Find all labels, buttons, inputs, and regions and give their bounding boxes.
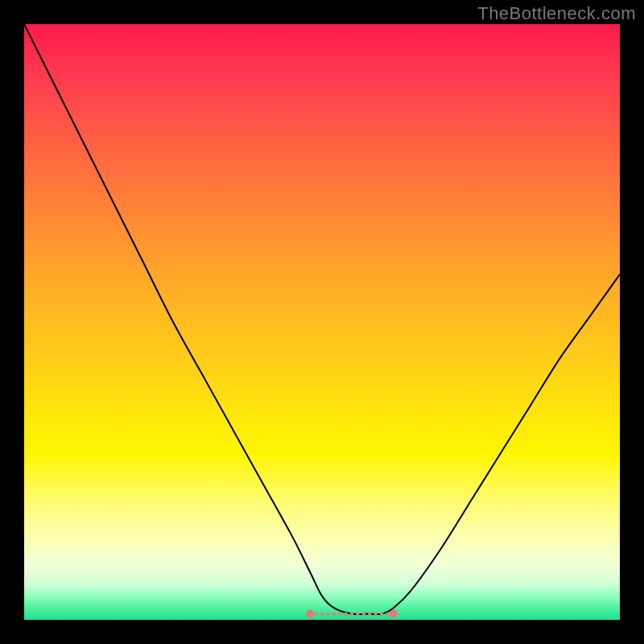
valley-marker-dot <box>326 612 329 615</box>
valley-marker-dot <box>380 612 383 615</box>
bottleneck-curve <box>24 24 620 620</box>
valley-marker-dot <box>390 610 398 618</box>
valley-marker-dot <box>374 612 377 615</box>
valley-marker-dot <box>332 612 336 615</box>
valley-marker-dot <box>386 612 389 615</box>
valley-marker-dot <box>362 612 365 615</box>
valley-marker-dot <box>306 610 314 618</box>
valley-marker-dot <box>356 612 359 615</box>
curve-line <box>24 24 620 614</box>
valley-marker-dot <box>350 612 353 615</box>
watermark-text: TheBottleneck.com <box>477 3 636 24</box>
valley-marker-dot <box>368 612 371 615</box>
valley-marker-dot <box>338 612 341 615</box>
chart-frame: TheBottleneck.com <box>0 0 644 644</box>
valley-marker-dot <box>344 612 347 615</box>
valley-marker-dot <box>320 612 324 615</box>
valley-marker-dot <box>314 612 317 615</box>
